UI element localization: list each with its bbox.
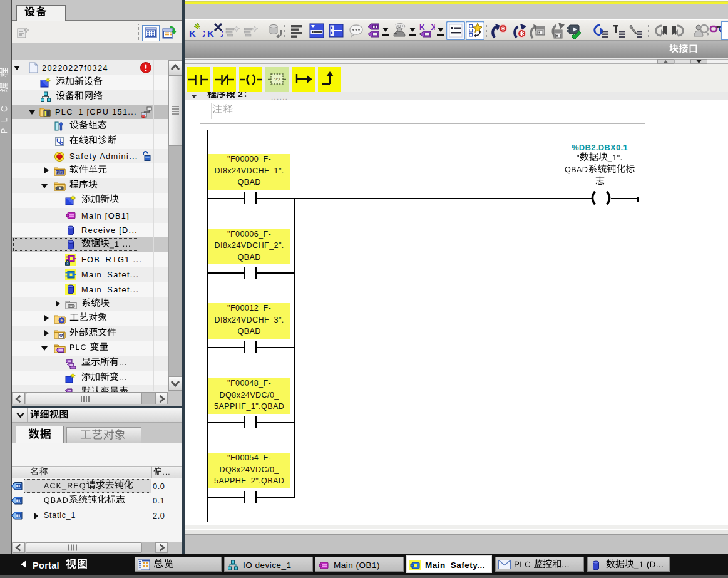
svg-text:K: K (189, 28, 196, 39)
svg-text:K: K (431, 23, 435, 32)
svg-text:K: K (202, 28, 205, 39)
svg-text:K: K (419, 23, 425, 32)
svg-text:??: ?? (274, 76, 280, 83)
svg-text:K: K (207, 28, 214, 39)
